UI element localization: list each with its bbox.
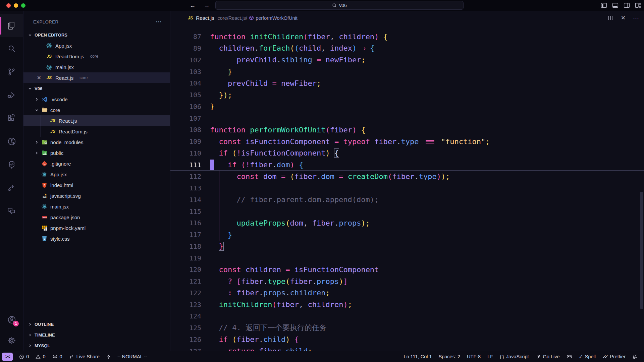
tree-item-index-html[interactable]: 5index.html	[23, 180, 170, 190]
tree-item-node_modules[interactable]: JSnode_modules	[23, 137, 170, 147]
split-editor-icon[interactable]	[608, 15, 613, 21]
activity-extensions-icon[interactable]	[0, 107, 23, 130]
code-line-119[interactable]: 119	[170, 252, 644, 264]
activity-comments-icon[interactable]	[0, 199, 23, 222]
tree-item-public[interactable]: public	[23, 147, 170, 158]
status-notifications[interactable]	[629, 351, 641, 362]
open-editor-main-jsx[interactable]: main.jsx	[23, 62, 170, 72]
status-go-live[interactable]: Go Live	[532, 351, 563, 362]
code-line-103[interactable]: 103 }	[170, 66, 644, 77]
activity-account-icon[interactable]: 1	[0, 309, 23, 330]
code-line-89[interactable]: 89 children.forEach((child, index) ⇒ {	[170, 43, 644, 54]
status-cursor-position[interactable]: Ln 111, Col 1	[400, 351, 435, 362]
editor-scrollbar[interactable]	[640, 192, 643, 309]
minimize-window-button[interactable]	[14, 3, 18, 8]
activity-search-icon[interactable]	[0, 37, 23, 60]
code-line-122[interactable]: 122 : fiber.props.children;	[170, 287, 644, 299]
close-editor-icon[interactable]: ✕	[621, 14, 626, 21]
status-vim-mode[interactable]: -- NORMAL --	[114, 351, 151, 362]
tree-item-core[interactable]: core	[23, 105, 170, 115]
code-line-87[interactable]: 87function initChildren(fiber, children)…	[170, 31, 644, 43]
tree-item-pnpm-lock-yaml[interactable]: pnpm-lock.yaml	[23, 223, 170, 233]
workspace-header-v06[interactable]: V06	[23, 83, 170, 94]
tree-item--gitignore[interactable]: .gitignore	[23, 158, 170, 169]
activity-source-control-icon[interactable]	[0, 60, 23, 83]
status-errors[interactable]: 0	[16, 351, 32, 362]
code-line-111[interactable]: 111 if (!fiber.dom) {	[170, 159, 644, 171]
code-line-125[interactable]: 125 // 4. 返回下一个要执行的任务	[170, 322, 644, 334]
status-copilot[interactable]	[563, 351, 576, 362]
tree-item-app-jsx[interactable]: App.jsx	[23, 169, 170, 180]
customize-layout-icon[interactable]	[635, 3, 641, 8]
tree-item-style-css[interactable]: 3style.css	[23, 233, 170, 244]
status-live-share[interactable]: Live Share	[66, 351, 103, 362]
line-number: 87	[170, 33, 201, 41]
zoom-window-button[interactable]	[21, 3, 25, 8]
code-line-126[interactable]: 126 if (fiber.child) {	[170, 334, 644, 346]
code-line-109[interactable]: 109 const isFunctionComponent = typeof f…	[170, 136, 644, 147]
open-editor-react-js[interactable]: ✕JSReact.jscore	[23, 72, 170, 83]
tree-item-javascript-svg[interactable]: SVGjavascript.svg	[23, 190, 170, 201]
code-line-102[interactable]: 102 prevChild.sibling = newFiber;	[170, 54, 644, 66]
activity-bar: 1	[0, 11, 23, 351]
code-editor[interactable]: 87function initChildren(fiber, children)…	[170, 25, 644, 351]
status-indentation[interactable]: Spaces: 2	[435, 351, 464, 362]
close-editor-icon[interactable]: ✕	[37, 75, 43, 81]
tree-item--vscode[interactable]: .vscode	[23, 94, 170, 105]
status-prettier[interactable]: ✓✓Prettier	[599, 351, 629, 362]
activity-live-share-icon[interactable]	[0, 176, 23, 199]
tree-item-main-jsx[interactable]: main.jsx	[23, 201, 170, 212]
code-line-120[interactable]: 120 const children = isFunctionComponent	[170, 264, 644, 276]
navigate-back-icon[interactable]: ←	[190, 2, 196, 9]
code-line-107[interactable]: 107	[170, 112, 644, 124]
code-line-105[interactable]: 105 });	[170, 89, 644, 101]
code-line-117[interactable]: 117 }	[170, 229, 644, 241]
status-eol-sequence[interactable]: LF	[484, 351, 496, 362]
toggle-secondary-sidebar-icon[interactable]	[624, 3, 630, 8]
code-line-118[interactable]: 118 }	[170, 241, 644, 252]
editor-tab-react-js[interactable]: JS React.js	[188, 15, 214, 21]
status-broadcast-count[interactable]: 0	[49, 351, 66, 362]
tree-item-package-json[interactable]: npmpackage.json	[23, 212, 170, 223]
activity-gitlens-icon[interactable]	[0, 130, 23, 153]
status-thunder-client[interactable]	[103, 351, 114, 362]
status-language-mode[interactable]: { }JavaScript	[496, 351, 532, 362]
open-editor-reactdom-js[interactable]: JSReactDom.jscore	[23, 51, 170, 62]
tree-item-reactdom-js[interactable]: JSReactDom.js	[23, 126, 170, 137]
code-line-123[interactable]: 123 initChildren(fiber, children);	[170, 299, 644, 310]
code-line-112[interactable]: 112 const dom = (fiber.dom = createDom(f…	[170, 171, 644, 182]
code-line-110[interactable]: 110 if (!isFunctionComponent) {	[170, 147, 644, 159]
editor-more-actions-icon[interactable]: ⋯	[633, 14, 639, 22]
toggle-panel-icon[interactable]	[612, 3, 619, 8]
code-line-114[interactable]: 114 // fiber.parent.dom.append(dom);	[170, 194, 644, 206]
open-editor-app-jsx[interactable]: App.jsx	[23, 40, 170, 51]
activity-settings-icon[interactable]	[0, 330, 23, 351]
code-line-106[interactable]: 106}	[170, 101, 644, 113]
activity-explorer-icon[interactable]	[0, 14, 23, 37]
activity-todo-tree-icon[interactable]	[0, 153, 23, 176]
activity-run-debug-icon[interactable]	[0, 83, 23, 107]
status-warnings[interactable]: 0	[32, 351, 49, 362]
status-spell-checker[interactable]: ✓Spell	[576, 351, 599, 362]
code-line-124[interactable]: 124	[170, 310, 644, 322]
panel-mysql[interactable]: MYSQL	[23, 340, 170, 351]
code-line-115[interactable]: 115	[170, 205, 644, 217]
tree-item-react-js[interactable]: JSReact.js	[23, 115, 170, 126]
sidebar-more-actions-icon[interactable]: ⋯	[156, 18, 162, 25]
status-encoding[interactable]: UTF-8	[464, 351, 484, 362]
status-remote-indicator[interactable]: ><	[2, 353, 13, 361]
toggle-primary-sidebar-icon[interactable]	[601, 3, 607, 8]
panel-timeline[interactable]: TIMELINE	[23, 329, 170, 340]
code-line-121[interactable]: 121 ? [fiber.type(fiber.props)]	[170, 276, 644, 287]
code-line-108[interactable]: 108function performWorkOfUnit(fiber) {	[170, 124, 644, 136]
navigate-forward-icon[interactable]: →	[204, 2, 210, 9]
panel-outline[interactable]: OUTLINE	[23, 319, 170, 329]
breadcrumb[interactable]: core/React.js/ performWorkOfUnit	[217, 15, 297, 21]
command-center-search[interactable]: v06	[215, 1, 464, 10]
code-line-127[interactable]: 127 return fiber.child;	[170, 345, 644, 351]
code-line-113[interactable]: 113	[170, 182, 644, 194]
code-line-104[interactable]: 104 prevChild = newFiber;	[170, 77, 644, 89]
code-line-116[interactable]: 116 updateProps(dom, fiber.props);	[170, 217, 644, 229]
open-editors-header[interactable]: OPEN EDITORS	[23, 29, 170, 40]
close-window-button[interactable]	[6, 3, 11, 8]
